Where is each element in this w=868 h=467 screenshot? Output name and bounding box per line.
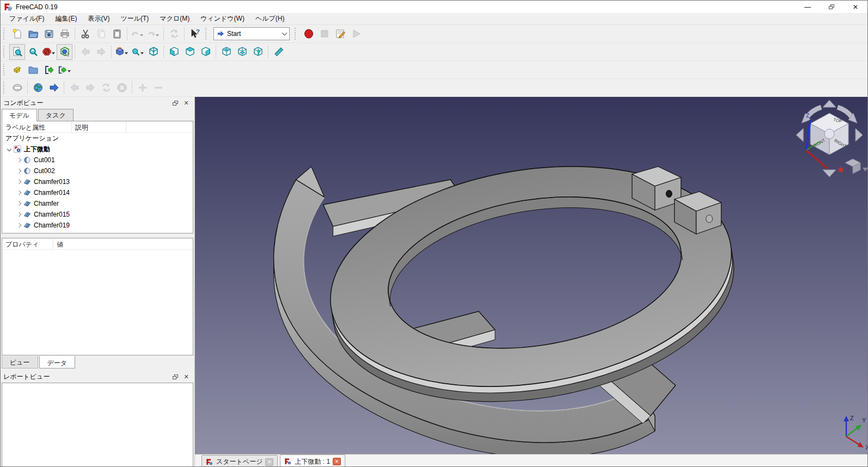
float-panel-button[interactable] — [170, 99, 181, 107]
menu-item-2[interactable]: 表示(V) — [82, 13, 115, 24]
workbench-selector[interactable]: Start — [213, 27, 290, 40]
freecad-window: FreeCAD 0.19 — ✕ ファイル(F)編集(E)表示(V)ツール(T)… — [0, 0, 868, 467]
tab-model[interactable]: モデル — [2, 109, 37, 121]
cut-button[interactable] — [77, 26, 93, 42]
tab-tasks[interactable]: タスク — [38, 109, 74, 121]
navigation-cube[interactable]: TOP FRONT RIGHT Z — [796, 100, 867, 177]
web-browser-button[interactable] — [30, 80, 46, 96]
export-multi-button[interactable] — [57, 62, 72, 78]
web-refresh-button[interactable] — [98, 80, 114, 96]
web-stop-button[interactable] — [114, 80, 130, 96]
fit-selection-icon — [28, 46, 39, 57]
view-right-button[interactable] — [198, 44, 213, 60]
expander-icon[interactable] — [17, 201, 21, 206]
close-panel-button[interactable]: ✕ — [181, 372, 192, 381]
tree-item-chamfer013[interactable]: Chamfer013 — [2, 176, 193, 187]
part-workbench-button[interactable] — [9, 62, 25, 78]
menu-item-0[interactable]: ファイル(F) — [4, 13, 50, 24]
view-axonometric-button[interactable] — [145, 44, 161, 60]
redo-button[interactable] — [145, 26, 161, 42]
tab-data-properties[interactable]: データ — [39, 356, 76, 368]
close-panel-button[interactable]: ✕ — [181, 99, 192, 107]
tab-view-properties[interactable]: ビュー — [2, 356, 38, 368]
fit-all-button[interactable] — [9, 44, 25, 60]
expander-icon[interactable] — [17, 180, 21, 184]
restore-button[interactable] — [820, 1, 843, 13]
tree-item-chamfer015[interactable]: Chamfer015 — [2, 209, 193, 220]
web-back-button[interactable] — [66, 80, 82, 96]
draw-style-button[interactable] — [41, 44, 57, 60]
fit-selection-button[interactable] — [25, 44, 41, 60]
close-button[interactable]: ✕ — [843, 1, 867, 13]
tab-document[interactable]: 上下微動 : 1 ✕ — [280, 454, 345, 467]
property-column[interactable]: プロパティ — [2, 238, 53, 249]
report-view-content[interactable] — [2, 383, 193, 467]
close-tab-icon[interactable]: ✕ — [265, 458, 273, 466]
refresh-button[interactable] — [166, 26, 182, 42]
macro-record-button[interactable] — [301, 26, 316, 42]
paste-button[interactable] — [109, 26, 125, 42]
expander-icon[interactable] — [17, 212, 21, 217]
undo-button[interactable] — [130, 26, 145, 42]
tree-item-chamfer019[interactable]: Chamfer019 — [2, 220, 193, 231]
menu-item-3[interactable]: ツール(T) — [115, 13, 154, 24]
macro-edit-button[interactable] — [332, 26, 348, 42]
view-top-button[interactable] — [182, 44, 198, 60]
copy-button[interactable] — [93, 26, 109, 42]
expander-icon[interactable] — [17, 158, 21, 162]
tree-item-cut002[interactable]: Cut002 — [2, 165, 193, 176]
toolbar-drag-handle[interactable] — [205, 28, 209, 40]
print-button[interactable] — [57, 26, 72, 42]
view-left-button[interactable] — [250, 44, 266, 60]
macro-stop-button[interactable] — [316, 26, 332, 42]
tree-column-description[interactable]: 説明 — [72, 121, 126, 132]
url-field-button[interactable] — [9, 80, 25, 96]
whats-this-button[interactable]: ? — [187, 26, 203, 42]
toolbar-drag-handle[interactable] — [3, 46, 7, 58]
tab-start-page[interactable]: スタートページ ✕ — [201, 455, 278, 467]
measure-distance-button[interactable] — [271, 44, 286, 60]
tree-item-chamfer014[interactable]: Chamfer014 — [2, 187, 193, 198]
view-isometric-button[interactable] — [114, 44, 130, 60]
expander-icon[interactable] — [17, 191, 21, 195]
value-column[interactable]: 値 — [53, 238, 108, 249]
view-bottom-button[interactable] — [234, 44, 250, 60]
tree-item-chamfer[interactable]: Chamfer — [2, 198, 193, 209]
expander-open-icon[interactable] — [7, 147, 11, 151]
close-tab-icon[interactable]: ✕ — [333, 458, 341, 465]
tree-document-row[interactable]: 上下微動 — [2, 144, 193, 155]
zoom-out-button[interactable] — [150, 80, 166, 96]
menu-item-4[interactable]: マクロ(M) — [154, 13, 195, 24]
expander-icon[interactable] — [17, 169, 21, 173]
menu-item-1[interactable]: 編集(E) — [50, 13, 82, 24]
zoom-in-button[interactable] — [135, 80, 150, 96]
open-folder-button[interactable] — [25, 62, 41, 78]
zoom-tool-button[interactable] — [130, 44, 145, 60]
open-file-button[interactable] — [25, 26, 41, 42]
export-button[interactable] — [41, 62, 57, 78]
menu-item-6[interactable]: ヘルプ(H) — [250, 13, 290, 24]
new-file-button[interactable] — [9, 26, 25, 42]
go-to-url-button[interactable] — [46, 80, 62, 96]
minimize-button[interactable]: — — [796, 1, 820, 13]
expander-icon[interactable] — [17, 223, 21, 228]
menu-item-5[interactable]: ウィンドウ(W) — [195, 13, 250, 24]
web-forward-button[interactable] — [82, 80, 98, 96]
toolbar-drag-handle[interactable] — [3, 28, 7, 40]
macro-run-button[interactable] — [348, 26, 364, 42]
selection-view-button[interactable] — [57, 44, 72, 60]
toolbar-drag-handle[interactable] — [3, 82, 7, 94]
float-panel-button[interactable] — [170, 372, 181, 381]
document-label: 上下微動 — [24, 145, 50, 154]
toolbar-drag-handle[interactable] — [295, 28, 298, 40]
toolbar-drag-handle[interactable] — [3, 64, 7, 76]
nav-forward-button[interactable] — [93, 44, 109, 60]
save-button[interactable] — [41, 26, 57, 42]
tree-column-label[interactable]: ラベルと属性 — [2, 121, 72, 132]
tree-root-application[interactable]: アプリケーション — [2, 133, 193, 144]
3d-viewport[interactable]: TOP FRONT RIGHT Z — [195, 97, 867, 454]
nav-back-button[interactable] — [77, 44, 93, 60]
view-front-button[interactable] — [166, 44, 182, 60]
view-rear-button[interactable] — [218, 44, 234, 60]
tree-item-cut001[interactable]: Cut001 — [2, 155, 193, 165]
